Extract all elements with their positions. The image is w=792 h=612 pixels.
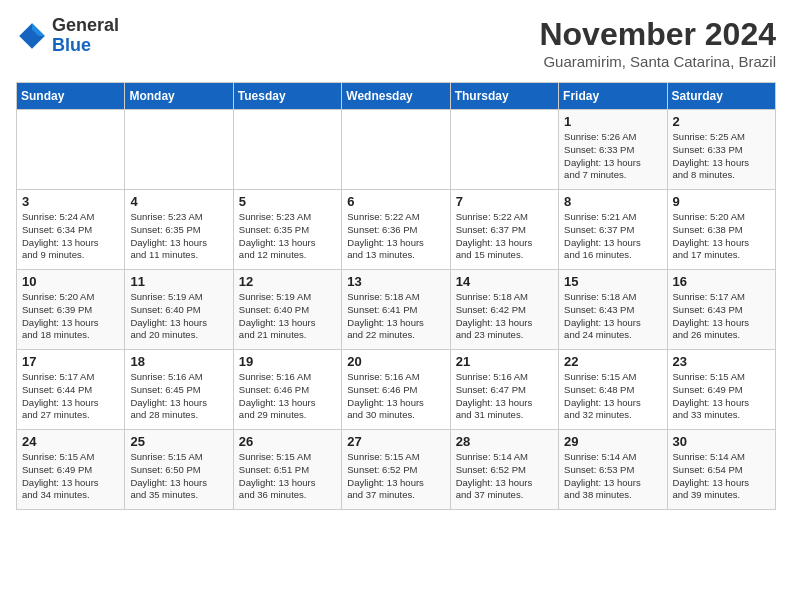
calendar-week-row: 1Sunrise: 5:26 AM Sunset: 6:33 PM Daylig… — [17, 110, 776, 190]
calendar-cell: 3Sunrise: 5:24 AM Sunset: 6:34 PM Daylig… — [17, 190, 125, 270]
calendar-cell: 1Sunrise: 5:26 AM Sunset: 6:33 PM Daylig… — [559, 110, 667, 190]
day-info: Sunrise: 5:21 AM Sunset: 6:37 PM Dayligh… — [564, 211, 661, 262]
calendar-week-row: 24Sunrise: 5:15 AM Sunset: 6:49 PM Dayli… — [17, 430, 776, 510]
day-of-week-header: Wednesday — [342, 83, 450, 110]
day-info: Sunrise: 5:14 AM Sunset: 6:52 PM Dayligh… — [456, 451, 553, 502]
day-info: Sunrise: 5:16 AM Sunset: 6:45 PM Dayligh… — [130, 371, 227, 422]
calendar-cell: 10Sunrise: 5:20 AM Sunset: 6:39 PM Dayli… — [17, 270, 125, 350]
calendar-cell: 23Sunrise: 5:15 AM Sunset: 6:49 PM Dayli… — [667, 350, 775, 430]
day-number: 18 — [130, 354, 227, 369]
day-of-week-header: Saturday — [667, 83, 775, 110]
day-info: Sunrise: 5:18 AM Sunset: 6:42 PM Dayligh… — [456, 291, 553, 342]
day-info: Sunrise: 5:15 AM Sunset: 6:48 PM Dayligh… — [564, 371, 661, 422]
calendar-cell: 19Sunrise: 5:16 AM Sunset: 6:46 PM Dayli… — [233, 350, 341, 430]
day-info: Sunrise: 5:15 AM Sunset: 6:49 PM Dayligh… — [22, 451, 119, 502]
day-number: 14 — [456, 274, 553, 289]
calendar-cell: 28Sunrise: 5:14 AM Sunset: 6:52 PM Dayli… — [450, 430, 558, 510]
calendar-cell: 30Sunrise: 5:14 AM Sunset: 6:54 PM Dayli… — [667, 430, 775, 510]
calendar-week-row: 10Sunrise: 5:20 AM Sunset: 6:39 PM Dayli… — [17, 270, 776, 350]
calendar-body: 1Sunrise: 5:26 AM Sunset: 6:33 PM Daylig… — [17, 110, 776, 510]
location: Guaramirim, Santa Catarina, Brazil — [539, 53, 776, 70]
day-info: Sunrise: 5:16 AM Sunset: 6:47 PM Dayligh… — [456, 371, 553, 422]
day-number: 17 — [22, 354, 119, 369]
day-number: 5 — [239, 194, 336, 209]
calendar-cell: 8Sunrise: 5:21 AM Sunset: 6:37 PM Daylig… — [559, 190, 667, 270]
logo-text: General Blue — [52, 16, 119, 56]
day-number: 26 — [239, 434, 336, 449]
day-number: 1 — [564, 114, 661, 129]
day-number: 11 — [130, 274, 227, 289]
logo-general: General — [52, 15, 119, 35]
day-info: Sunrise: 5:22 AM Sunset: 6:36 PM Dayligh… — [347, 211, 444, 262]
day-info: Sunrise: 5:17 AM Sunset: 6:44 PM Dayligh… — [22, 371, 119, 422]
day-number: 2 — [673, 114, 770, 129]
logo-blue: Blue — [52, 35, 91, 55]
day-info: Sunrise: 5:20 AM Sunset: 6:38 PM Dayligh… — [673, 211, 770, 262]
calendar-cell: 14Sunrise: 5:18 AM Sunset: 6:42 PM Dayli… — [450, 270, 558, 350]
calendar-cell: 29Sunrise: 5:14 AM Sunset: 6:53 PM Dayli… — [559, 430, 667, 510]
calendar-cell: 13Sunrise: 5:18 AM Sunset: 6:41 PM Dayli… — [342, 270, 450, 350]
day-info: Sunrise: 5:15 AM Sunset: 6:50 PM Dayligh… — [130, 451, 227, 502]
calendar-cell: 16Sunrise: 5:17 AM Sunset: 6:43 PM Dayli… — [667, 270, 775, 350]
day-of-week-header: Thursday — [450, 83, 558, 110]
day-number: 16 — [673, 274, 770, 289]
day-number: 20 — [347, 354, 444, 369]
calendar-cell: 24Sunrise: 5:15 AM Sunset: 6:49 PM Dayli… — [17, 430, 125, 510]
day-info: Sunrise: 5:18 AM Sunset: 6:43 PM Dayligh… — [564, 291, 661, 342]
calendar-cell: 27Sunrise: 5:15 AM Sunset: 6:52 PM Dayli… — [342, 430, 450, 510]
day-info: Sunrise: 5:17 AM Sunset: 6:43 PM Dayligh… — [673, 291, 770, 342]
day-of-week-header: Friday — [559, 83, 667, 110]
day-number: 7 — [456, 194, 553, 209]
calendar-cell — [233, 110, 341, 190]
day-info: Sunrise: 5:24 AM Sunset: 6:34 PM Dayligh… — [22, 211, 119, 262]
day-info: Sunrise: 5:15 AM Sunset: 6:49 PM Dayligh… — [673, 371, 770, 422]
day-number: 27 — [347, 434, 444, 449]
day-of-week-header: Sunday — [17, 83, 125, 110]
calendar-cell: 18Sunrise: 5:16 AM Sunset: 6:45 PM Dayli… — [125, 350, 233, 430]
day-number: 29 — [564, 434, 661, 449]
day-number: 8 — [564, 194, 661, 209]
calendar-cell: 12Sunrise: 5:19 AM Sunset: 6:40 PM Dayli… — [233, 270, 341, 350]
calendar-cell: 22Sunrise: 5:15 AM Sunset: 6:48 PM Dayli… — [559, 350, 667, 430]
day-info: Sunrise: 5:22 AM Sunset: 6:37 PM Dayligh… — [456, 211, 553, 262]
day-info: Sunrise: 5:23 AM Sunset: 6:35 PM Dayligh… — [239, 211, 336, 262]
day-number: 19 — [239, 354, 336, 369]
day-info: Sunrise: 5:16 AM Sunset: 6:46 PM Dayligh… — [239, 371, 336, 422]
month-title: November 2024 — [539, 16, 776, 53]
calendar-cell: 5Sunrise: 5:23 AM Sunset: 6:35 PM Daylig… — [233, 190, 341, 270]
calendar-cell: 6Sunrise: 5:22 AM Sunset: 6:36 PM Daylig… — [342, 190, 450, 270]
day-info: Sunrise: 5:15 AM Sunset: 6:52 PM Dayligh… — [347, 451, 444, 502]
day-info: Sunrise: 5:14 AM Sunset: 6:53 PM Dayligh… — [564, 451, 661, 502]
day-number: 28 — [456, 434, 553, 449]
day-number: 4 — [130, 194, 227, 209]
day-info: Sunrise: 5:18 AM Sunset: 6:41 PM Dayligh… — [347, 291, 444, 342]
calendar-table: SundayMondayTuesdayWednesdayThursdayFrid… — [16, 82, 776, 510]
day-number: 3 — [22, 194, 119, 209]
day-info: Sunrise: 5:16 AM Sunset: 6:46 PM Dayligh… — [347, 371, 444, 422]
day-of-week-header: Tuesday — [233, 83, 341, 110]
day-info: Sunrise: 5:25 AM Sunset: 6:33 PM Dayligh… — [673, 131, 770, 182]
day-info: Sunrise: 5:26 AM Sunset: 6:33 PM Dayligh… — [564, 131, 661, 182]
day-number: 9 — [673, 194, 770, 209]
day-number: 25 — [130, 434, 227, 449]
day-number: 13 — [347, 274, 444, 289]
day-number: 23 — [673, 354, 770, 369]
day-number: 24 — [22, 434, 119, 449]
day-info: Sunrise: 5:20 AM Sunset: 6:39 PM Dayligh… — [22, 291, 119, 342]
calendar-cell: 21Sunrise: 5:16 AM Sunset: 6:47 PM Dayli… — [450, 350, 558, 430]
day-number: 30 — [673, 434, 770, 449]
calendar-cell: 15Sunrise: 5:18 AM Sunset: 6:43 PM Dayli… — [559, 270, 667, 350]
title-block: November 2024 Guaramirim, Santa Catarina… — [539, 16, 776, 70]
calendar-cell — [450, 110, 558, 190]
day-number: 21 — [456, 354, 553, 369]
day-info: Sunrise: 5:14 AM Sunset: 6:54 PM Dayligh… — [673, 451, 770, 502]
calendar-cell: 7Sunrise: 5:22 AM Sunset: 6:37 PM Daylig… — [450, 190, 558, 270]
day-info: Sunrise: 5:15 AM Sunset: 6:51 PM Dayligh… — [239, 451, 336, 502]
day-number: 10 — [22, 274, 119, 289]
calendar-cell: 20Sunrise: 5:16 AM Sunset: 6:46 PM Dayli… — [342, 350, 450, 430]
calendar-cell: 4Sunrise: 5:23 AM Sunset: 6:35 PM Daylig… — [125, 190, 233, 270]
calendar-cell — [342, 110, 450, 190]
day-number: 15 — [564, 274, 661, 289]
day-info: Sunrise: 5:19 AM Sunset: 6:40 PM Dayligh… — [239, 291, 336, 342]
day-of-week-header: Monday — [125, 83, 233, 110]
